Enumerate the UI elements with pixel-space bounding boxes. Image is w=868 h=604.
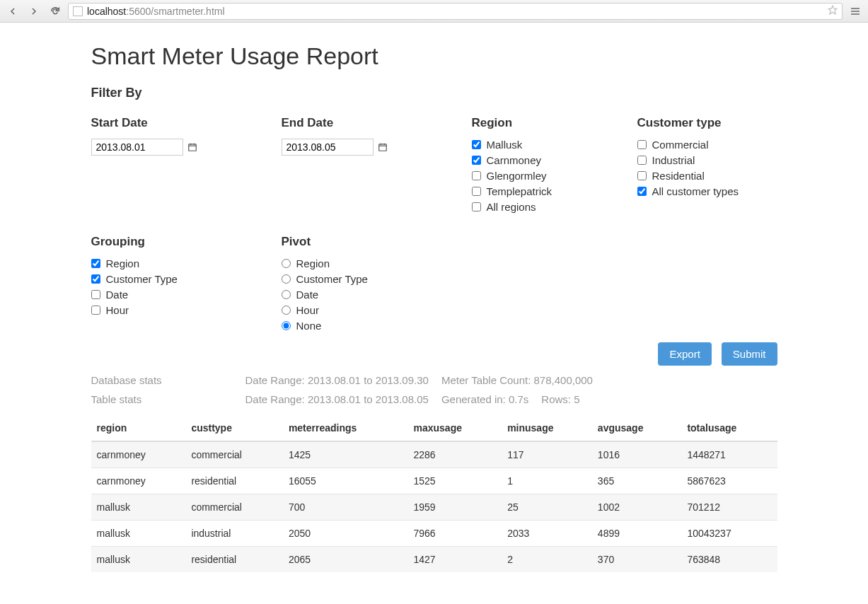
table-cell: 700: [283, 494, 408, 521]
results-table: regioncusttypemeterreadingsmaxusageminus…: [91, 415, 777, 572]
table-stats-range: Date Range: 2013.08.01 to 2013.08.05: [245, 393, 429, 405]
table-cell: 365: [592, 468, 682, 494]
custtype-residential-checkbox[interactable]: [637, 171, 647, 180]
pivot-region-radio[interactable]: [282, 259, 291, 268]
svg-rect-4: [188, 144, 196, 151]
calendar-icon[interactable]: [187, 142, 197, 152]
region-all-regions-checkbox[interactable]: [472, 202, 481, 211]
table-cell: 117: [502, 441, 592, 468]
region-mallusk-checkbox[interactable]: [472, 140, 481, 149]
region-label: Region: [472, 116, 620, 130]
table-cell: 370: [592, 547, 682, 573]
column-header-totalusage: totalusage: [681, 415, 777, 441]
grouping-option-label: Region: [106, 257, 140, 269]
table-cell: 1016: [592, 441, 682, 468]
region-carnmoney-checkbox[interactable]: [472, 156, 481, 165]
region-templepatrick-checkbox[interactable]: [472, 187, 481, 196]
customer-type-label: Customer type: [637, 116, 811, 130]
table-row: malluskindustrial20507966203348991004323…: [91, 521, 777, 547]
column-header-avgusage: avgusage: [592, 415, 682, 441]
end-date-label: End Date: [282, 116, 455, 130]
region-option-label: Glengormley: [487, 170, 547, 182]
table-cell: industrial: [185, 521, 283, 547]
end-date-input[interactable]: [282, 139, 374, 156]
pivot-option-label: Region: [296, 257, 330, 269]
table-cell: mallusk: [91, 547, 186, 573]
table-cell: 4899: [592, 521, 682, 547]
table-cell: 1448271: [681, 441, 777, 468]
url-bar[interactable]: localhost:5600/smartmeter.html: [68, 3, 843, 20]
pivot-option-label: Hour: [296, 304, 320, 316]
grouping-date-checkbox[interactable]: [91, 290, 100, 299]
reload-button[interactable]: [47, 3, 64, 20]
table-cell: residential: [185, 547, 283, 573]
grouping-customer-type-checkbox[interactable]: [91, 274, 100, 284]
table-cell: 1525: [407, 468, 502, 494]
grouping-hour-checkbox[interactable]: [91, 306, 100, 315]
bookmark-star-icon[interactable]: [828, 5, 838, 17]
url-path: /smartmeter.html: [151, 6, 224, 17]
custtype-commercial-checkbox[interactable]: [637, 140, 647, 149]
region-option-label: All regions: [487, 201, 536, 213]
custtype-option-label: All customer types: [652, 185, 739, 197]
pivot-hour-radio[interactable]: [282, 306, 291, 315]
back-button[interactable]: [4, 3, 21, 20]
grouping-label: Grouping: [91, 235, 265, 249]
filter-by-heading: Filter By: [91, 86, 777, 100]
region-option-label: Mallusk: [487, 139, 523, 151]
table-cell: 701212: [681, 494, 777, 521]
custtype-industrial-checkbox[interactable]: [637, 156, 647, 165]
table-stats-rows: Rows: 5: [541, 393, 579, 405]
table-cell: 2065: [283, 547, 408, 573]
table-cell: commercial: [185, 441, 283, 468]
start-date-label: Start Date: [91, 116, 265, 130]
db-stats-count: Meter Table Count: 878,400,000: [441, 374, 593, 386]
table-cell: mallusk: [91, 521, 186, 547]
db-stats-range: Date Range: 2013.08.01 to 2013.09.30: [245, 374, 429, 386]
table-cell: commercial: [185, 494, 283, 521]
forward-button[interactable]: [25, 3, 42, 20]
column-header-minusage: minusage: [502, 415, 592, 441]
page-title: Smart Meter Usage Report: [91, 42, 777, 70]
table-row: carnmoneyresidential16055152513655867623: [91, 468, 777, 494]
svg-marker-0: [828, 6, 837, 14]
submit-button[interactable]: Submit: [722, 342, 777, 366]
browser-chrome: localhost:5600/smartmeter.html: [0, 0, 868, 23]
table-cell: 1427: [407, 547, 502, 573]
column-header-custtype: custtype: [185, 415, 283, 441]
custtype-option-label: Residential: [652, 170, 705, 182]
table-cell: 7966: [407, 521, 502, 547]
viewport[interactable]: Smart Meter Usage Report Filter By Start…: [0, 23, 868, 604]
table-row: malluskresidential206514272370763848: [91, 547, 777, 573]
url-host: localhost: [87, 6, 126, 17]
custtype-all-customer-types-checkbox[interactable]: [637, 187, 647, 196]
pivot-none-radio[interactable]: [282, 321, 291, 330]
region-option-label: Templepatrick: [487, 185, 552, 197]
export-button[interactable]: Export: [658, 342, 711, 366]
url-port: :5600: [126, 6, 151, 17]
table-stats-gen: Generated in: 0.7s: [441, 393, 528, 405]
custtype-option-label: Commercial: [652, 139, 709, 151]
pivot-option-label: Customer Type: [296, 273, 368, 285]
pivot-option-label: None: [296, 320, 322, 332]
grouping-region-checkbox[interactable]: [91, 259, 100, 268]
table-cell: 1425: [283, 441, 408, 468]
table-cell: 16055: [283, 468, 408, 494]
svg-rect-8: [378, 144, 386, 151]
region-glengormley-checkbox[interactable]: [472, 171, 481, 180]
start-date-input[interactable]: [91, 139, 183, 156]
table-cell: 2: [502, 547, 592, 573]
calendar-icon[interactable]: [378, 142, 388, 152]
table-stats-label: Table stats: [91, 393, 233, 405]
table-cell: mallusk: [91, 494, 186, 521]
table-cell: 1002: [592, 494, 682, 521]
pivot-date-radio[interactable]: [282, 290, 291, 299]
table-cell: 25: [502, 494, 592, 521]
table-cell: carnmoney: [91, 468, 186, 494]
pivot-customer-type-radio[interactable]: [282, 274, 291, 284]
menu-button[interactable]: [847, 3, 864, 20]
column-header-maxusage: maxusage: [407, 415, 502, 441]
table-cell: 10043237: [681, 521, 777, 547]
column-header-region: region: [91, 415, 186, 441]
column-header-meterreadings: meterreadings: [283, 415, 408, 441]
